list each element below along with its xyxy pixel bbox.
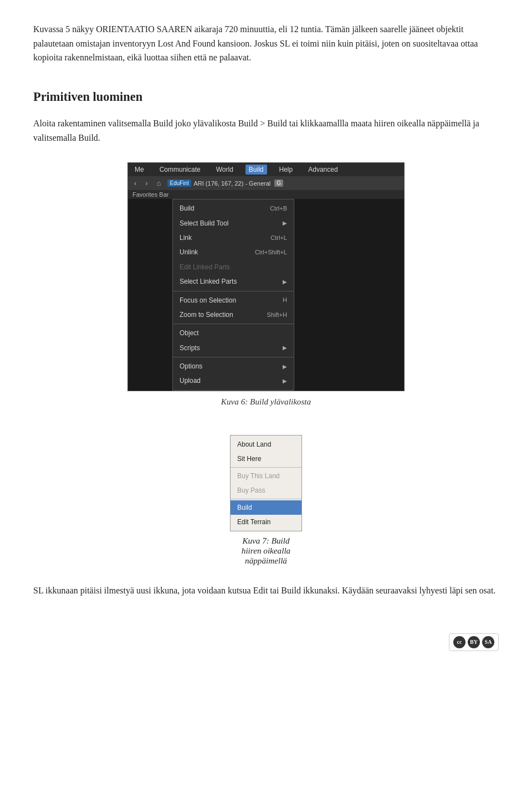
cc-wrapper: cc BY SA xyxy=(449,633,499,651)
menu-item-edit-linked: Edit Linked Parts xyxy=(173,260,294,274)
paragraph-2: Aloita rakentaminen valitsemalla Build j… xyxy=(33,116,499,145)
cc-icon: cc xyxy=(453,636,466,648)
menu-item-object: Object xyxy=(173,326,294,340)
context-item-sit-here: Sit Here xyxy=(231,452,301,466)
menu-advanced: Advanced xyxy=(305,165,341,175)
paragraph-3: SL ikkunaan pitäisi ilmestyä uusi ikkuna… xyxy=(33,583,499,598)
menu-item-unlink: Unlink Ctrl+Shift+L xyxy=(173,245,294,259)
nav-home-btn: ⌂ xyxy=(154,178,164,188)
caption-6: Kuva 6: Build ylävalikosta xyxy=(221,395,311,408)
edu-badge: EduFinl xyxy=(167,180,192,187)
figure-7: About Land Sit Here Buy This Land Buy Pa… xyxy=(33,435,499,566)
paragraph-1: Kuvassa 5 näkyy ORIENTAATIO SAAREN aikar… xyxy=(33,22,499,65)
divider-1 xyxy=(173,291,294,291)
context-item-about-land: About Land xyxy=(231,437,301,452)
menu-item-select-linked: Select Linked Parts ▶ xyxy=(173,274,294,289)
nav-forward-btn: › xyxy=(142,178,150,188)
section-heading: Primitiven luominen xyxy=(33,90,499,104)
sa-icon: SA xyxy=(482,636,494,648)
menu-item-options: Options ▶ xyxy=(173,359,294,373)
menu-build-active: Build xyxy=(245,165,267,175)
caption-7-line3: näppäimellä xyxy=(245,556,287,565)
menu-item-link: Link Ctrl+L xyxy=(173,231,294,245)
nav-back-btn: ‹ xyxy=(131,178,139,188)
nav-info: EduFinl ARI (176, 167, 22) - General G xyxy=(167,180,401,187)
location-text: ARI (176, 167, 22) - General xyxy=(193,180,270,187)
build-menu-screenshot: Me Communicate World Build Help Advanced… xyxy=(127,162,405,391)
context-item-edit-terrain: Edit Terrain xyxy=(231,515,301,529)
menu-item-focus: Focus on Selection H xyxy=(173,293,294,308)
menu-communicate: Communicate xyxy=(156,165,204,175)
divider-2 xyxy=(173,324,294,324)
context-divider-1 xyxy=(231,467,301,468)
menu-world: World xyxy=(213,165,237,175)
menu-topbar: Me Communicate World Build Help Advanced xyxy=(128,163,404,176)
figure-6: Me Communicate World Build Help Advanced… xyxy=(33,162,499,417)
context-item-buy-land: Buy This Land xyxy=(231,469,301,483)
context-menu-screenshot: About Land Sit Here Buy This Land Buy Pa… xyxy=(230,435,302,531)
menu-me: Me xyxy=(131,165,147,175)
cc-license-badge: cc BY SA xyxy=(33,633,499,651)
context-divider-2 xyxy=(231,499,301,499)
dropdown-content: Build Ctrl+B Select Build Tool ▶ Link Ct… xyxy=(172,199,294,391)
menu-item-build: Build Ctrl+B xyxy=(173,201,294,216)
menu-item-select-build-tool: Select Build Tool ▶ xyxy=(173,216,294,231)
g-badge: G xyxy=(274,180,283,187)
context-item-buy-pass: Buy Pass xyxy=(231,483,301,498)
caption-7: Kuva 7: Build hiiren oikealla näppäimell… xyxy=(242,536,290,566)
menu-item-scripts: Scripts ▶ xyxy=(173,341,294,355)
menu-nav-bar: ‹ › ⌂ EduFinl ARI (176, 167, 22) - Gener… xyxy=(128,176,404,190)
by-icon: BY xyxy=(468,636,480,648)
caption-7-line2: hiiren oikealla xyxy=(242,546,290,555)
menu-help: Help xyxy=(276,165,296,175)
menu-item-upload: Upload ▶ xyxy=(173,373,294,388)
caption-7-text: Kuva 7: Build xyxy=(242,536,289,545)
favorites-bar: Favorites Bar xyxy=(128,190,404,199)
context-item-build: Build xyxy=(231,500,301,515)
menu-main-content: Build Ctrl+B Select Build Tool ▶ Link Ct… xyxy=(128,199,404,391)
menu-item-zoom: Zoom to Selection Shift+H xyxy=(173,308,294,322)
divider-3 xyxy=(173,357,294,357)
